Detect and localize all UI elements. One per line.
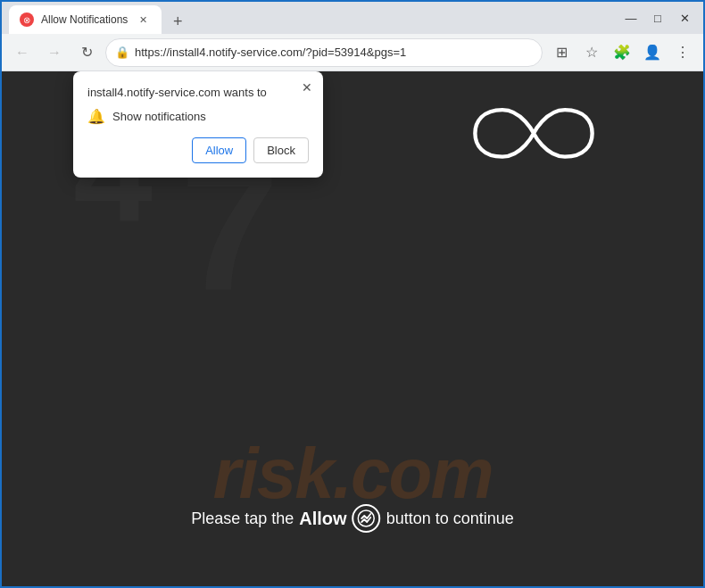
webpage: 4 7 risk.com ✕ install4.notify-service.c… bbox=[2, 71, 703, 586]
popup-buttons: Allow Block bbox=[87, 137, 309, 163]
extensions-button[interactable]: ⊞ bbox=[548, 39, 575, 66]
nav-right-icons: ⊞ ☆ 🧩 👤 ⋮ bbox=[548, 39, 696, 66]
title-bar: Allow Notifications ✕ + — □ ✕ bbox=[2, 2, 703, 34]
url-input[interactable] bbox=[135, 46, 533, 59]
active-tab[interactable]: Allow Notifications ✕ bbox=[9, 5, 162, 34]
tab-favicon bbox=[20, 12, 34, 27]
window-controls: — □ ✕ bbox=[619, 6, 696, 29]
address-bar[interactable]: 🔒 bbox=[105, 38, 543, 67]
popup-site-text: install4.notify-service.com wants to bbox=[87, 86, 309, 99]
infinity-logo bbox=[471, 98, 596, 170]
forward-button[interactable]: → bbox=[41, 39, 68, 66]
close-button[interactable]: ✕ bbox=[673, 6, 696, 29]
new-tab-button[interactable]: + bbox=[165, 9, 190, 34]
lock-icon: 🔒 bbox=[115, 46, 129, 59]
browser-window: Allow Notifications ✕ + — □ ✕ ← → ↻ 🔒 bbox=[0, 0, 705, 588]
back-button[interactable]: ← bbox=[9, 39, 36, 66]
puzzle-button[interactable]: 🧩 bbox=[609, 39, 635, 66]
instruction-text: Please tap the Allow button to continue bbox=[191, 504, 514, 533]
tab-title: Allow Notifications bbox=[41, 13, 128, 26]
tab-close-button[interactable]: ✕ bbox=[135, 12, 151, 28]
block-button[interactable]: Block bbox=[253, 137, 309, 163]
bell-icon: 🔔 bbox=[87, 108, 105, 125]
popup-notification-label: Show notifications bbox=[112, 110, 206, 123]
instruction-allow-word: Allow bbox=[299, 509, 346, 529]
popup-notification-row: 🔔 Show notifications bbox=[87, 108, 309, 125]
bookmark-button[interactable]: ☆ bbox=[578, 39, 605, 66]
nav-bar: ← → ↻ 🔒 ⊞ ☆ 🧩 👤 ⋮ bbox=[2, 34, 703, 71]
notification-popup: ✕ install4.notify-service.com wants to 🔔… bbox=[73, 71, 323, 178]
tab-area: Allow Notifications ✕ + bbox=[9, 2, 616, 34]
profile-button[interactable]: 👤 bbox=[639, 39, 666, 66]
reload-button[interactable]: ↻ bbox=[73, 39, 100, 66]
watermark-text: risk.com bbox=[212, 433, 492, 515]
allow-button[interactable]: Allow bbox=[192, 137, 246, 163]
menu-button[interactable]: ⋮ bbox=[669, 39, 696, 66]
popup-close-button[interactable]: ✕ bbox=[298, 79, 316, 96]
maximize-button[interactable]: □ bbox=[646, 6, 669, 29]
allow-circle-icon bbox=[352, 504, 381, 533]
minimize-button[interactable]: — bbox=[619, 6, 643, 29]
